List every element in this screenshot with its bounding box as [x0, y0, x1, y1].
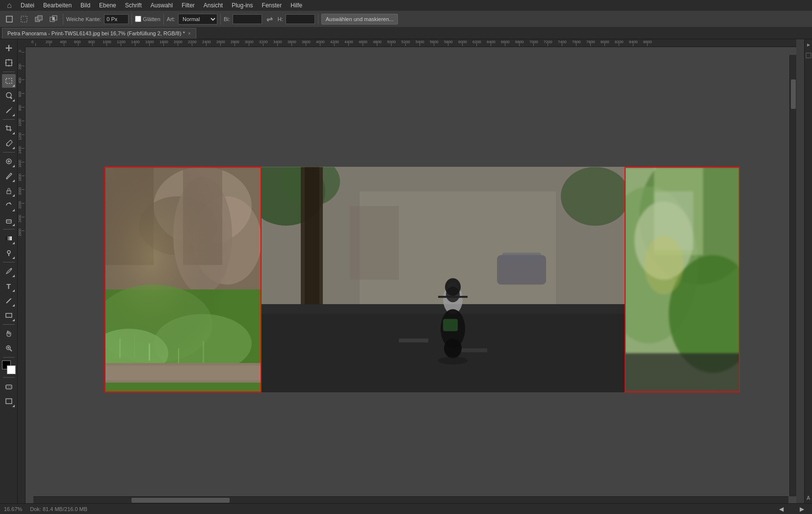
tool-sep-5	[3, 262, 15, 262]
nav-next[interactable]: ▶	[795, 503, 808, 514]
menu-ansicht[interactable]: Ansicht	[200, 1, 227, 10]
screen-mode-tool[interactable]	[2, 394, 16, 408]
statusbar: 16.67% Dok: 81.4 MB/216.0 MB ◀ ▶	[0, 503, 812, 514]
home-icon[interactable]: ⌂	[3, 0, 16, 12]
intersect-icon[interactable]	[47, 13, 60, 26]
background-color[interactable]	[7, 365, 16, 374]
art-label: Art:	[167, 16, 175, 22]
weiche-kante-input[interactable]	[104, 14, 129, 24]
swap-icon[interactable]: ⇌	[263, 13, 276, 26]
tool-sep-3	[3, 152, 15, 153]
document-tab[interactable]: Petra Panorama - Print-TWSL6143.jpg bei …	[2, 28, 196, 39]
svg-rect-6	[52, 17, 54, 20]
toolbar-sep-5	[318, 14, 318, 25]
menu-hilfe[interactable]: Hilfe	[287, 1, 306, 10]
svg-rect-78	[262, 167, 625, 392]
lasso-tool[interactable]	[2, 89, 16, 103]
menu-auswahl[interactable]: Auswahl	[147, 1, 177, 10]
eyedropper-tool[interactable]	[2, 136, 16, 150]
svg-rect-0	[6, 16, 12, 22]
text-tool[interactable]: T	[2, 279, 16, 293]
rect-shape-tool[interactable]	[2, 308, 16, 322]
path-select-tool[interactable]	[2, 294, 16, 308]
color-swatches[interactable]	[2, 360, 16, 374]
artboard-tool[interactable]	[2, 56, 16, 70]
menu-schrift[interactable]: Schrift	[121, 1, 146, 10]
crop-tool[interactable]	[2, 122, 16, 135]
glatten-checkbox[interactable]: Glätten	[135, 16, 160, 22]
photo-panel-middle	[262, 167, 625, 392]
panel-toggle-1[interactable]: ▶	[805, 41, 812, 48]
art-select[interactable]: Normal Addieren Subtrahieren	[178, 14, 217, 25]
svg-rect-12	[6, 78, 12, 83]
menu-bearbeiten[interactable]: Bearbeiten	[39, 1, 76, 10]
h-scrollbar-thumb[interactable]	[131, 498, 230, 503]
pen-tool[interactable]	[2, 264, 16, 278]
selection-right	[625, 167, 740, 392]
horizontal-scrollbar[interactable]	[33, 496, 788, 503]
gradient-tool[interactable]	[2, 231, 16, 245]
document-tabbar: Petra Panorama - Print-TWSL6143.jpg bei …	[0, 27, 812, 39]
document-tab-title: Petra Panorama - Print-TWSL6143.jpg bei …	[7, 30, 185, 36]
photo-panel-right	[625, 167, 740, 392]
zoom-status: 16.67%	[4, 506, 22, 512]
toolbar-sep-3	[163, 14, 164, 25]
move-tool[interactable]	[2, 41, 16, 55]
h-input[interactable]	[286, 14, 315, 24]
toolbar-sep-4	[220, 14, 221, 25]
svg-rect-19	[7, 191, 11, 194]
tab-close-button[interactable]: ×	[188, 31, 191, 36]
panel-char-A[interactable]: A	[805, 494, 812, 501]
eraser-tool[interactable]	[2, 213, 16, 227]
panel-toggle-2[interactable]	[805, 52, 812, 59]
svg-rect-89	[806, 53, 811, 58]
svg-point-25	[10, 268, 12, 270]
auswahlen-button[interactable]: Auswählen und maskieren...	[321, 14, 398, 25]
nav-prev[interactable]: ◀	[775, 503, 787, 514]
photoshop-canvas	[105, 167, 718, 392]
svg-rect-27	[6, 313, 12, 317]
tool-sep-7	[3, 357, 15, 358]
options-toolbar: Weiche Kante: Glätten Art: Normal Addier…	[0, 11, 812, 27]
brush-tool[interactable]	[2, 169, 16, 183]
ruler-vertical: 0200400600800100012001400160018002000220…	[18, 47, 26, 503]
tool-sep-2	[3, 119, 15, 120]
selection-left	[105, 167, 262, 392]
subtract-icon[interactable]	[32, 13, 45, 26]
photo-panel-left	[105, 167, 262, 392]
ruler-corner	[18, 39, 26, 47]
bi-input[interactable]	[233, 14, 262, 24]
svg-rect-3	[38, 16, 42, 20]
menu-bild[interactable]: Bild	[77, 1, 94, 10]
doc-size-status: Dok: 81.4 MB/216.0 MB	[30, 506, 87, 512]
menubar: ⌂ Datei Bearbeiten Bild Ebene Schrift Au…	[0, 0, 812, 11]
zoom-tool[interactable]	[2, 341, 16, 355]
hand-tool[interactable]	[2, 327, 16, 340]
wand-tool[interactable]	[2, 103, 16, 117]
zoom-value: 16.67%	[4, 506, 22, 512]
menu-ebene[interactable]: Ebene	[95, 1, 120, 10]
rect-select-tool[interactable]	[2, 74, 16, 88]
menu-fenster[interactable]: Fenster	[258, 1, 286, 10]
stamp-tool[interactable]	[2, 184, 16, 198]
canvas-area: 0200400600800100012001400160018002000220…	[18, 39, 804, 503]
ruler-horizontal: 0200400600800100012001400160018002000220…	[26, 39, 796, 47]
canvas-viewport[interactable]	[26, 47, 796, 503]
menu-datei[interactable]: Datei	[17, 1, 38, 10]
quick-mask-tool[interactable]	[2, 380, 16, 393]
new-document-icon[interactable]	[3, 13, 16, 26]
vertical-scrollbar[interactable]	[789, 55, 796, 496]
doc-size-value: Dok: 81.4 MB/216.0 MB	[30, 506, 87, 512]
menu-plugins[interactable]: Plug-ins	[228, 1, 257, 10]
tool-sep-6	[3, 324, 15, 325]
spot-heal-tool[interactable]	[2, 154, 16, 168]
left-toolbar: T	[0, 39, 18, 503]
rect-marquee-icon[interactable]	[18, 13, 30, 26]
menu-filter[interactable]: Filter	[178, 1, 199, 10]
glatten-check[interactable]	[135, 16, 141, 22]
history-brush-tool[interactable]	[2, 199, 16, 212]
dodge-tool[interactable]	[2, 246, 16, 260]
toolbar-sep-2	[131, 14, 132, 25]
v-scrollbar-thumb[interactable]	[791, 79, 796, 109]
svg-point-15	[6, 145, 7, 146]
